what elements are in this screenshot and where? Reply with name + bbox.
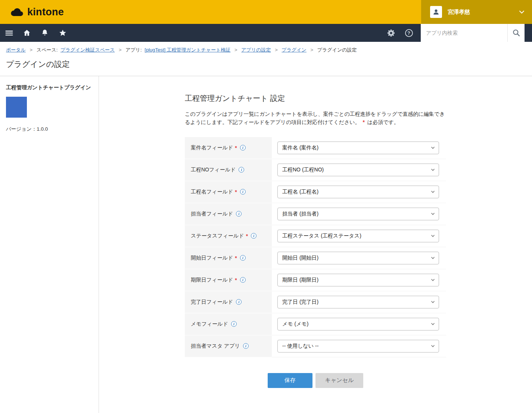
field-label-cell: 完了日フィールド * i [185, 291, 272, 313]
field-value-cell: 完了日 (完了日) [272, 291, 446, 313]
info-icon[interactable]: i [251, 233, 256, 239]
field-row: 開始日フィールド * i 開始日 (開始日) [185, 247, 446, 269]
global-navbar: ? [0, 24, 532, 42]
field-label-cell: 開始日フィールド * i [185, 247, 272, 269]
info-icon[interactable]: i [231, 321, 237, 327]
field-label-cell: メモフィールド * i [185, 313, 272, 335]
plugin-version: バージョン：1.0.0 [6, 126, 93, 133]
breadcrumb-link[interactable]: プラグイン検証スペース [60, 47, 115, 53]
breadcrumb-prefix: アプリ: [125, 47, 142, 53]
kintone-logo[interactable]: kintone [0, 6, 64, 18]
breadcrumb-separator: > [311, 47, 314, 53]
field-value-cell: 担当者 (担当者) [272, 203, 446, 225]
breadcrumb-item: ポータル ポータル > [6, 47, 37, 53]
breadcrumb-prefix: スペース: [37, 47, 58, 53]
notifications-button[interactable] [36, 24, 54, 42]
info-icon[interactable]: i [243, 343, 249, 349]
field-label: ステータスフィールド [191, 233, 244, 239]
field-select[interactable]: 完了日 (完了日) [277, 296, 439, 308]
info-icon[interactable]: i [240, 189, 246, 195]
info-icon[interactable]: i [240, 145, 246, 150]
home-button[interactable] [18, 24, 36, 42]
main-panel: 工程管理ガントチャート 設定 このプラグインはアプリ一覧にガントチャートを表示し… [99, 76, 532, 413]
search-icon [512, 29, 520, 37]
bell-icon [41, 29, 49, 37]
save-button[interactable]: 保存 [268, 373, 312, 388]
help-icon: ? [405, 29, 413, 37]
star-icon [59, 29, 67, 37]
chevron-down-icon [431, 345, 435, 347]
content: 工程管理ガントチャートプラグイン バージョン：1.0.0 工程管理ガントチャート… [0, 76, 532, 413]
breadcrumb-separator: > [234, 47, 237, 53]
app-search-input[interactable] [421, 24, 507, 42]
field-label: 開始日フィールド [191, 255, 233, 261]
page: kintone 宮澤孝慈 [0, 0, 532, 413]
chevron-down-icon [431, 301, 435, 303]
field-row: 期限日フィールド * i 期限日 (期限日) [185, 269, 446, 291]
required-note: は必須です。 [367, 119, 399, 125]
breadcrumb: ポータル ポータル > スペース: プラグイン検証スペース プラグイン検証スペー… [0, 42, 532, 56]
field-label: 完了日フィールド [191, 299, 233, 305]
breadcrumb-item: アプリ: [plugTest] 工程管理ガントチャート検証 [plugTest]… [125, 47, 241, 53]
field-select[interactable]: 工程名 (工程名) [277, 186, 439, 198]
field-label-cell: 工程名フィールド * i [185, 181, 272, 203]
required-asterisk: * [246, 233, 248, 239]
kintone-cloud-icon [10, 7, 24, 17]
breadcrumb-link[interactable]: プラグイン [281, 47, 307, 53]
info-icon[interactable]: i [240, 255, 246, 261]
breadcrumb-link[interactable]: [plugTest] 工程管理ガントチャート検証 [144, 47, 230, 53]
breadcrumb-link[interactable]: ポータル [6, 47, 26, 53]
info-icon[interactable]: i [240, 277, 246, 283]
field-row: 工程NOフィールド * i 工程NO (工程NO) [185, 159, 446, 181]
settings-description-text: このプラグインはアプリ一覧にガントチャートを表示し、案件ごとの工程進捗をドラッグ… [185, 111, 445, 125]
hamburger-menu-button[interactable] [0, 24, 18, 42]
user-menu[interactable]: 宮澤孝慈 [421, 0, 532, 24]
chevron-down-icon [431, 235, 435, 237]
favorites-button[interactable] [54, 24, 72, 42]
help-button[interactable]: ? [400, 24, 418, 42]
select-value: 期限日 (期限日) [282, 277, 318, 283]
breadcrumb-item: スペース: プラグイン検証スペース プラグイン検証スペース > [37, 47, 125, 53]
avatar [430, 6, 442, 18]
plugin-sidebar: 工程管理ガントチャートプラグイン バージョン：1.0.0 [0, 76, 99, 413]
field-label-cell: 案件名フィールド * i [185, 137, 272, 159]
select-value: 工程ステータス (工程ステータス) [282, 233, 361, 239]
field-row: 担当者マスタ アプリ * i -- 使用しない -- [185, 335, 446, 357]
chevron-down-icon [431, 279, 435, 281]
info-icon[interactable]: i [236, 299, 242, 305]
settings-title: 工程管理ガントチャート 設定 [185, 93, 446, 103]
chevron-down-icon [431, 146, 435, 149]
field-select[interactable]: 工程ステータス (工程ステータス) [277, 230, 439, 242]
field-select[interactable]: 担当者 (担当者) [277, 208, 439, 220]
field-label-cell: 工程NOフィールド * i [185, 159, 272, 181]
field-select[interactable]: 開始日 (開始日) [277, 252, 439, 264]
field-select[interactable]: 期限日 (期限日) [277, 274, 439, 286]
select-value: 工程NO (工程NO) [282, 167, 324, 173]
breadcrumb-separator: > [275, 47, 278, 53]
field-select[interactable]: 案件名 (案件名) [277, 142, 439, 154]
field-select[interactable]: -- 使用しない -- [277, 340, 439, 353]
breadcrumb-current: プラグインの設定 [317, 47, 357, 53]
search-button[interactable] [507, 24, 525, 42]
settings-button[interactable] [382, 24, 400, 42]
required-asterisk: * [235, 255, 237, 261]
navbar-right: ? [382, 24, 525, 42]
plugin-settings-form: 工程管理ガントチャート 設定 このプラグインはアプリ一覧にガントチャートを表示し… [185, 76, 446, 388]
field-label-cell: 担当者フィールド * i [185, 203, 272, 225]
select-value: 工程名 (工程名) [282, 189, 318, 195]
field-select[interactable]: メモ (メモ) [277, 318, 439, 330]
home-icon [23, 29, 31, 37]
required-asterisk: * [235, 145, 237, 151]
info-icon[interactable]: i [239, 167, 244, 173]
field-row: 工程名フィールド * i 工程名 (工程名) [185, 181, 446, 203]
field-select[interactable]: 工程NO (工程NO) [277, 164, 439, 176]
cancel-button[interactable]: キャンセル [315, 373, 363, 388]
field-label: 工程NOフィールド [191, 167, 236, 173]
field-value-cell: 案件名 (案件名) [272, 137, 446, 159]
breadcrumb-link[interactable]: アプリの設定 [241, 47, 271, 53]
field-label: 担当者フィールド [191, 211, 233, 217]
plugin-name: 工程管理ガントチャートプラグイン [6, 84, 93, 91]
field-label: 担当者マスタ アプリ [191, 343, 240, 350]
field-label: 工程名フィールド [191, 189, 233, 195]
info-icon[interactable]: i [236, 211, 242, 217]
